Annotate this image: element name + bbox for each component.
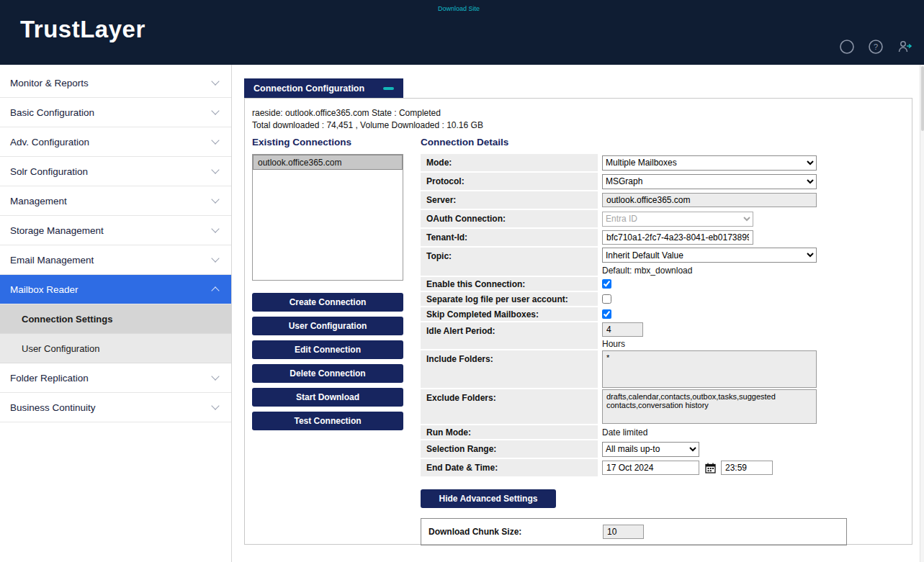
end-date-row: End Date & Time: bbox=[421, 459, 853, 476]
include-folders-label: Include Folders: bbox=[421, 350, 598, 388]
protocol-label: Protocol: bbox=[421, 173, 598, 190]
topic-select[interactable]: Inherit Default Value bbox=[602, 248, 817, 263]
enable-connection-row: Enable this Connection: bbox=[421, 277, 853, 291]
separate-log-label: Separate log file per user account: bbox=[421, 292, 598, 306]
start-download-button[interactable]: Start Download bbox=[252, 388, 403, 407]
tenant-id-label: Tenant-Id: bbox=[421, 229, 598, 246]
sidebar-item-label: Storage Management bbox=[10, 225, 104, 236]
scrollbar[interactable] bbox=[920, 65, 924, 562]
chevron-up-icon bbox=[211, 286, 219, 294]
chevron-down-icon bbox=[211, 77, 219, 85]
run-mode-row: Run Mode: Date limited bbox=[421, 425, 853, 439]
status-circle-icon[interactable] bbox=[838, 38, 855, 55]
mode-select[interactable]: Multiple Mailboxes bbox=[602, 155, 817, 171]
oauth-connection-select[interactable]: Entra ID bbox=[602, 212, 753, 227]
sidebar-item-label: Monitor & Reports bbox=[10, 78, 89, 89]
delete-connection-button[interactable]: Delete Connection bbox=[252, 364, 403, 383]
sidebar-item-label: Solr Configuration bbox=[10, 166, 88, 177]
end-date-input[interactable] bbox=[602, 461, 699, 475]
chevron-down-icon bbox=[211, 166, 219, 173]
selection-range-label: Selection Range: bbox=[421, 440, 598, 458]
existing-connections-column: Existing Connections outlook.office365.c… bbox=[252, 137, 403, 435]
connections-listbox[interactable]: outlook.office365.com bbox=[252, 154, 403, 281]
svg-text:?: ? bbox=[873, 42, 877, 51]
sidebar-item-storage-management[interactable]: Storage Management bbox=[0, 216, 231, 245]
chevron-down-icon bbox=[211, 136, 219, 144]
skip-completed-label: Skip Completed Mailboxes: bbox=[421, 307, 598, 321]
sidebar-item-management[interactable]: Management bbox=[0, 186, 231, 216]
test-connection-button[interactable]: Test Connection bbox=[252, 412, 403, 430]
sidebar-item-email-management[interactable]: Email Management bbox=[0, 245, 231, 275]
server-row: Server: bbox=[421, 191, 853, 209]
download-totals-text: Total downloaded : 74,451 , Volume Downl… bbox=[252, 120, 483, 130]
topic-row: Topic: Inherit Default Value Default: mb… bbox=[421, 248, 853, 276]
oauth-row: OAuth Connection: Entra ID bbox=[421, 210, 853, 227]
chevron-down-icon bbox=[211, 254, 219, 262]
connection-configuration-panel: raeside: outlook.office365.com State : C… bbox=[244, 98, 912, 545]
oauth-connection-label: OAuth Connection: bbox=[421, 210, 598, 227]
mode-row: Mode: Multiple Mailboxes bbox=[421, 154, 853, 171]
mode-label: Mode: bbox=[421, 154, 598, 171]
brand-logo: TrustLayer bbox=[20, 16, 145, 43]
edit-connection-button[interactable]: Edit Connection bbox=[252, 340, 403, 359]
sidebar-subitem-connection-settings[interactable]: Connection Settings bbox=[0, 304, 231, 334]
sidebar-subitem-label: Connection Settings bbox=[22, 314, 112, 325]
idle-alert-unit: Hours bbox=[602, 339, 643, 349]
enable-connection-checkbox[interactable] bbox=[602, 279, 611, 289]
sidebar-item-label: Folder Replication bbox=[10, 373, 89, 384]
tenant-id-input[interactable] bbox=[602, 230, 753, 245]
tenant-row: Tenant-Id: bbox=[421, 229, 853, 246]
existing-connections-heading: Existing Connections bbox=[252, 137, 403, 148]
download-chunk-size-label: Download Chunk Size: bbox=[429, 527, 603, 537]
idle-alert-input[interactable] bbox=[602, 322, 643, 337]
server-label: Server: bbox=[421, 191, 598, 209]
exclude-folders-textarea[interactable]: drafts,calendar,contacts,outbox,tasks,su… bbox=[602, 389, 817, 424]
separate-log-row: Separate log file per user account: bbox=[421, 292, 853, 306]
run-mode-label: Run Mode: bbox=[421, 425, 598, 439]
sidebar-item-basic-configuration[interactable]: Basic Configuration bbox=[0, 98, 231, 127]
sidebar-item-label: Basic Configuration bbox=[10, 107, 94, 118]
connection-configuration-tab[interactable]: Connection Configuration bbox=[244, 78, 403, 98]
skip-completed-row: Skip Completed Mailboxes: bbox=[421, 307, 853, 321]
skip-completed-checkbox[interactable] bbox=[602, 309, 611, 319]
header-icons: ? bbox=[838, 38, 912, 55]
help-icon[interactable]: ? bbox=[867, 38, 884, 55]
protocol-select[interactable]: MSGraph bbox=[602, 174, 817, 189]
sidebar-item-label: Email Management bbox=[10, 255, 94, 266]
user-configuration-button[interactable]: User Configuration bbox=[252, 317, 403, 335]
connection-list-item[interactable]: outlook.office365.com bbox=[253, 155, 403, 170]
separate-log-checkbox[interactable] bbox=[602, 294, 611, 304]
idle-alert-label: Idle Alert Period: bbox=[421, 322, 598, 349]
top-link[interactable]: Download Site bbox=[438, 5, 480, 12]
include-folders-textarea[interactable]: * bbox=[602, 350, 817, 388]
sidebar-subitem-label: User Configuration bbox=[22, 343, 99, 354]
scrollbar-thumb[interactable] bbox=[921, 66, 924, 131]
chevron-down-icon bbox=[211, 372, 219, 380]
server-input[interactable] bbox=[602, 193, 817, 207]
chevron-down-icon bbox=[211, 225, 219, 232]
protocol-row: Protocol: MSGraph bbox=[421, 173, 853, 190]
sidebar-item-mailbox-reader[interactable]: Mailbox Reader bbox=[0, 275, 231, 304]
sidebar: Monitor & Reports Basic Configuration Ad… bbox=[0, 65, 232, 562]
sidebar-item-solr-configuration[interactable]: Solr Configuration bbox=[0, 157, 231, 186]
sidebar-item-business-continuity[interactable]: Business Continuity bbox=[0, 393, 231, 422]
end-time-input[interactable] bbox=[721, 461, 773, 475]
topic-default-note: Default: mbx_download bbox=[602, 266, 817, 276]
connection-status-text: raeside: outlook.office365.com State : C… bbox=[252, 108, 441, 118]
selection-range-select[interactable]: All mails up-to bbox=[602, 442, 699, 457]
logout-icon[interactable] bbox=[896, 38, 912, 55]
download-chunk-size-input[interactable] bbox=[603, 525, 644, 539]
advanced-settings-box: Download Chunk Size: bbox=[421, 518, 847, 545]
sidebar-subitem-user-configuration[interactable]: User Configuration bbox=[0, 334, 231, 363]
sidebar-item-adv-configuration[interactable]: Adv. Configuration bbox=[0, 127, 231, 157]
calendar-icon[interactable] bbox=[704, 461, 717, 474]
sidebar-item-monitor-reports[interactable]: Monitor & Reports bbox=[0, 68, 231, 98]
hide-advanced-settings-button[interactable]: Hide Advanced Settings bbox=[421, 489, 556, 508]
collapse-panel-icon[interactable] bbox=[383, 87, 394, 90]
exclude-folders-label: Exclude Folders: bbox=[421, 389, 598, 424]
exclude-folders-row: Exclude Folders: drafts,calendar,contact… bbox=[421, 389, 853, 424]
connection-details-column: Connection Details Mode: Multiple Mailbo… bbox=[421, 137, 853, 545]
sidebar-item-folder-replication[interactable]: Folder Replication bbox=[0, 363, 231, 393]
chevron-down-icon bbox=[211, 195, 219, 203]
create-connection-button[interactable]: Create Connection bbox=[252, 293, 403, 312]
